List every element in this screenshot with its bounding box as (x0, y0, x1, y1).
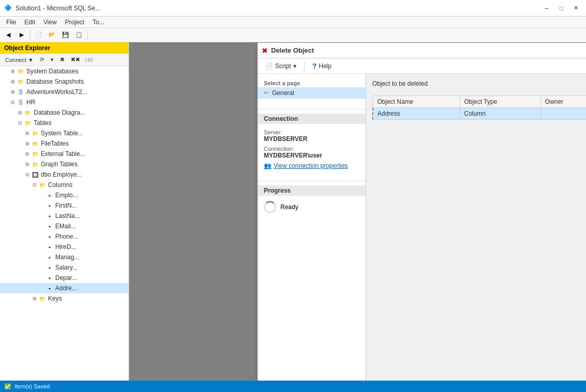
progress-spinner (264, 201, 276, 213)
script-button[interactable]: 📄 Script ▾ (262, 61, 300, 71)
tree-item-columns[interactable]: ⊟ 📁 Columns (0, 180, 129, 190)
tree-item-keys[interactable]: ⊞ 📁 Keys (0, 293, 129, 304)
folder-icon: 📁 (38, 294, 46, 303)
tree-item-col-hired[interactable]: ▪ HireD... (0, 242, 129, 252)
tree-item-external-tables[interactable]: ⊞ 📁 External Table... (0, 149, 129, 159)
tree-view: ⊞ 📁 System Databases ⊞ 📁 Database Snapsh… (0, 66, 129, 381)
expand-icon: ⊞ (24, 130, 31, 137)
folder-icon: 📁 (31, 150, 39, 158)
tree-label: Database Snapshots (26, 78, 84, 85)
dialog-title: Delete Object (271, 46, 586, 54)
select-page-label: Select a page (258, 78, 366, 87)
tree-label: LastNa... (55, 212, 80, 219)
menu-tools[interactable]: To... (88, 18, 108, 27)
close-button[interactable]: ✕ (569, 2, 582, 14)
toolbar-separator (304, 61, 305, 71)
tree-label: Database Diagra... (34, 109, 85, 116)
title-bar: 🔷 Solution1 - Microsoft SQL Se... ─ □ ✕ (0, 0, 586, 17)
tree-item-dbo-employee[interactable]: ⊟ 🔲 dbo.Employe... (0, 169, 129, 180)
save-button[interactable]: 💾 (59, 29, 72, 41)
tree-item-col-emplo[interactable]: ● Emplo... (0, 190, 129, 200)
help-label: Help (319, 62, 331, 70)
expand-icon (38, 223, 45, 230)
status-text: Item(s) Saved (14, 383, 50, 389)
tree-item-system-databases[interactable]: ⊞ 📁 System Databases (0, 66, 129, 76)
table-icon: 🔲 (31, 170, 39, 179)
expand-icon (38, 274, 45, 281)
filter-button[interactable]: ▾ (47, 55, 57, 64)
tree-item-system-tables[interactable]: ⊞ 📁 System Table... (0, 128, 129, 138)
tree-item-adventureworks[interactable]: ⊞ 🗄 AdventureWorksLT2... (0, 87, 129, 97)
connection-section: Connection Server: MYDBSERVER Connection… (258, 109, 366, 176)
open-button[interactable]: 📂 (46, 29, 58, 41)
connection-link-icon: 👥 (264, 162, 272, 169)
tree-item-database-diagrams[interactable]: ⊞ 📁 Database Diagra... (0, 107, 129, 118)
toolbar-separator-1 (30, 30, 30, 40)
expand-icon: ⊞ (24, 161, 31, 168)
tree-label: HireD... (55, 243, 76, 250)
expand-icon: ⊞ (31, 295, 38, 302)
nav-item-general[interactable]: ✏ General (258, 87, 366, 99)
connect-button[interactable]: Connect ▼ (2, 56, 37, 64)
disconnect-all-button[interactable]: ✖✖ (68, 55, 83, 64)
server-value: MYDBSERVER (264, 135, 359, 143)
tree-item-col-manag[interactable]: ▪ Manag... (0, 252, 129, 262)
table-row[interactable]: Address Column (373, 108, 586, 120)
folder-icon: 📁 (24, 108, 32, 117)
progress-section: Progress Ready (258, 181, 366, 219)
tree-item-col-lastn[interactable]: ▪ LastNa... (0, 211, 129, 221)
pencil-icon: ✏ (264, 89, 269, 97)
col-icon: ▪ (45, 212, 54, 220)
tree-item-col-addre[interactable]: ▪ Addre... (0, 283, 129, 293)
connection-label: Connection: (264, 146, 359, 152)
server-label: Server: (264, 129, 359, 135)
tree-label: Columns (48, 181, 72, 189)
minimize-button[interactable]: ─ (541, 2, 553, 14)
connection-value: MYDBSERVER\user (264, 152, 359, 159)
col-header-object-type: Object Type (460, 96, 541, 108)
back-button[interactable]: ◀ (2, 29, 14, 41)
expand-icon (38, 254, 45, 261)
tree-label: EMail... (55, 223, 76, 230)
expand-icon (38, 264, 45, 271)
expand-icon: ⊞ (24, 150, 31, 158)
menu-file[interactable]: File (2, 18, 20, 27)
folder-icon: 📁 (17, 67, 25, 75)
folder-icon: 📁 (31, 129, 39, 137)
expand-icon (38, 285, 45, 292)
folder-icon: 📁 (38, 181, 46, 189)
view-connection-link[interactable]: 👥 View connection properties (264, 162, 359, 169)
save-all-button[interactable]: 📋 (73, 29, 85, 41)
forward-button[interactable]: ▶ (15, 29, 28, 41)
help-button[interactable]: ? Help (309, 60, 335, 72)
menu-edit[interactable]: Edit (20, 18, 39, 27)
tree-item-tables[interactable]: ⊟ 📁 Tables (0, 118, 129, 128)
tree-item-hr[interactable]: ⊟ 🗄 HR (0, 97, 129, 107)
menu-view[interactable]: View (39, 18, 61, 27)
tree-item-col-depar[interactable]: ▪ Depar... (0, 273, 129, 283)
dialog-main-content: Object to be deleted Object Name Object … (366, 74, 586, 381)
new-query-button[interactable]: 📄 (33, 29, 45, 41)
tree-item-filetables[interactable]: ⊞ 📁 FileTables (0, 138, 129, 149)
expand-icon (38, 202, 45, 209)
progress-header: Progress (258, 185, 366, 196)
disconnect-button[interactable]: ✖ (57, 55, 68, 64)
tree-item-col-phone[interactable]: ▪ Phone... (0, 231, 129, 242)
tree-item-database-snapshots[interactable]: ⊞ 📁 Database Snapshots (0, 76, 129, 87)
refresh-button[interactable]: ⟳ (37, 55, 47, 64)
db-icon: 🗄 (17, 88, 25, 96)
maximize-button[interactable]: □ (555, 2, 567, 14)
tree-label: Emplo... (55, 192, 78, 199)
background-area: ✖ Delete Object ─ □ ✕ 📄 Script ▾ (129, 42, 586, 381)
menu-project[interactable]: Project (61, 18, 88, 27)
status-icon: ✅ (4, 383, 11, 390)
folder-icon: 📁 (17, 77, 25, 86)
tree-item-col-firstn[interactable]: ▪ FirstN... (0, 200, 129, 211)
tree-label: HR (26, 99, 35, 106)
tree-item-col-email[interactable]: ▪ EMail... (0, 221, 129, 231)
tree-item-graph-tables[interactable]: ⊞ 📁 Graph Tables (0, 159, 129, 169)
main-content: Object Explorer Connect ▼ ⟳ ▾ ✖ ✖✖ HR ⊞ … (0, 42, 586, 381)
tree-item-col-salary[interactable]: ▪ Salary... (0, 262, 129, 273)
progress-content: Ready (264, 199, 359, 215)
col-header-owner: Owner (541, 96, 586, 108)
